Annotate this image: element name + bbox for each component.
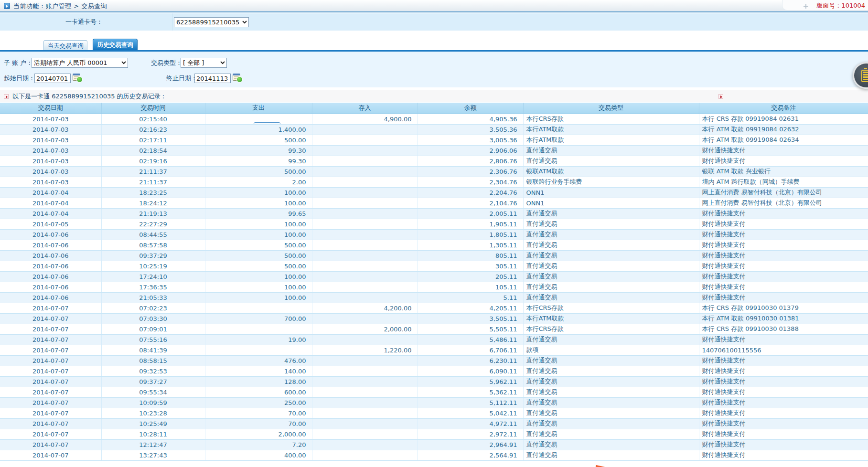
txn-date: 2014-07-06: [0, 282, 101, 292]
txn-in: [312, 292, 418, 303]
txn-remark: 财付通快捷支付: [699, 240, 868, 250]
txn-time: 10:25:19: [101, 261, 205, 271]
table-row: 2014-07-0321:11:372.002,304.76银联跨行业务手续费境…: [0, 177, 868, 187]
txn-type: 本行CRS存款: [523, 114, 699, 124]
txn-date: 2014-07-04: [0, 208, 101, 219]
txn-out: 1,400.00: [205, 124, 312, 135]
table-row: 2014-07-0707:02:234,200.004,205.11本行CRS存…: [0, 303, 868, 313]
txn-in: 4,200.00: [312, 303, 418, 313]
txn-type-select[interactable]: [ 全部 ]: [181, 58, 227, 68]
txn-balance: 1,905.11: [418, 219, 523, 229]
txn-out: 19.00: [205, 334, 312, 345]
tab-today-transactions[interactable]: 当天交易查询: [43, 40, 87, 50]
txn-date: 2014-07-07: [0, 450, 101, 460]
filter-panel: 子 账 户： 活期结算户 人民币 00001 交易类型： [ 全部 ] 起始日期…: [0, 52, 868, 87]
txn-in: 1,220.00: [312, 345, 418, 355]
txn-time: 22:27:29: [101, 219, 205, 229]
txn-type: 直付通交易: [523, 355, 699, 366]
txn-remark: 本行 ATM 取款 09919084 02634: [699, 135, 868, 145]
txn-balance: 805.11: [418, 250, 523, 261]
start-date-label: 起始日期：: [4, 73, 35, 83]
red-arrow-bullet-left: [4, 94, 9, 99]
txn-in: [312, 219, 418, 229]
start-date-calendar-icon[interactable]: [73, 74, 80, 81]
table-row: 2014-07-0712:12:477.202,964.91直付通交易财付通快捷…: [0, 439, 868, 450]
txn-out: 140.00: [205, 366, 312, 376]
txn-out: 500.00: [205, 261, 312, 271]
txn-time: 10:23:28: [101, 408, 205, 418]
txn-balance: 3,005.36: [418, 135, 523, 145]
txn-type: 直付通交易: [523, 387, 699, 397]
txn-in: [312, 366, 418, 376]
txn-remark: 本行 CRS 存款 09919084 02631: [699, 114, 868, 124]
txn-time: 09:37:29: [101, 250, 205, 261]
txn-date: 2014-07-07: [0, 387, 101, 397]
txn-in: [312, 177, 418, 187]
txn-type: 银联跨行业务手续费: [523, 177, 699, 187]
result-info-strip: 以下是一卡通 6225889915210035 的历史交易记录：: [0, 90, 868, 102]
txn-type: 直付通交易: [523, 208, 699, 219]
txn-remark: 网上直付消费 易智付科技（北京）有限公司: [699, 198, 868, 208]
txn-remark: 财付通快捷支付: [699, 156, 868, 166]
txn-remark: 本行 CRS 存款 09910030 01388: [699, 324, 868, 334]
txn-in: [312, 450, 418, 460]
txn-remark: 财付通快捷支付: [699, 376, 868, 387]
txn-balance: 205.11: [418, 271, 523, 282]
txn-date: 2014-07-07: [0, 334, 101, 345]
txn-out: 100.00: [205, 229, 312, 240]
txn-time: 02:15:40: [101, 114, 205, 124]
txn-remark: 财付通快捷支付: [699, 271, 868, 282]
txn-type: 银联ATM取款: [523, 166, 699, 177]
gear-icon[interactable]: [804, 4, 808, 9]
txn-date: 2014-07-06: [0, 250, 101, 261]
txn-time: 08:41:39: [101, 345, 205, 355]
transactions-tbody: 2014-07-0302:15:404,900.004,905.36本行CRS存…: [0, 114, 868, 460]
txn-balance: 305.11: [418, 261, 523, 271]
txn-in: [312, 271, 418, 282]
txn-date: 2014-07-06: [0, 229, 101, 240]
txn-remark: 本行 ATM 取款 09910030 01381: [699, 313, 868, 324]
table-row: 2014-07-0708:58:15476.006,230.11直付通交易财付通…: [0, 355, 868, 366]
txn-date: 2014-07-06: [0, 261, 101, 271]
table-row: 2014-07-0710:23:2870.005,042.11直付通交易财付通快…: [0, 408, 868, 418]
txn-out: 70.00: [205, 418, 312, 429]
txn-in: [312, 429, 418, 439]
card-number-select[interactable]: 6225889915210035: [174, 17, 249, 27]
txn-type: 直付通交易: [523, 408, 699, 418]
txn-remark: 财付通快捷支付: [699, 208, 868, 219]
txn-balance: 2,806.76: [418, 156, 523, 166]
start-date-input[interactable]: [34, 74, 71, 83]
txn-time: 08:57:58: [101, 240, 205, 250]
table-row: 2014-07-0709:37:27128.005,962.11直付通交易财付通…: [0, 376, 868, 387]
txn-out: 700.00: [205, 313, 312, 324]
txn-time: 12:12:47: [101, 439, 205, 450]
table-row: 2014-07-0710:09:59250.005,112.11直付通交易财付通…: [0, 397, 868, 408]
end-date-calendar-icon[interactable]: [233, 74, 240, 81]
table-row: 2014-07-0707:09:012,000.005,505.11本行CRS存…: [0, 324, 868, 334]
txn-balance: 2,304.76: [418, 177, 523, 187]
txn-type: 直付通交易: [523, 334, 699, 345]
txn-balance: 2,306.76: [418, 166, 523, 177]
txn-date: 2014-07-07: [0, 303, 101, 313]
sub-account-select[interactable]: 活期结算户 人民币 00001: [32, 58, 128, 68]
column-header: 交易时间: [101, 103, 205, 114]
txn-remark: 财付通快捷支付: [699, 229, 868, 240]
txn-remark: 银联 ATM 取款 兴业银行: [699, 166, 868, 177]
txn-in: [312, 261, 418, 271]
txn-type: 本行ATM取款: [523, 124, 699, 135]
txn-balance: 2,964.91: [418, 439, 523, 450]
txn-time: 18:23:25: [101, 187, 205, 198]
txn-time: 21:19:13: [101, 208, 205, 219]
txn-type: 直付通交易: [523, 450, 699, 460]
txn-remark: 财付通快捷支付: [699, 366, 868, 376]
txn-time: 08:58:15: [101, 355, 205, 366]
table-row: 2014-07-0608:44:55100.001,805.11直付通交易财付通…: [0, 229, 868, 240]
txn-out: 476.00: [205, 355, 312, 366]
tab-history-transactions[interactable]: 历史交易查询: [93, 39, 138, 50]
txn-remark: 本行 ATM 取款 09919084 02632: [699, 124, 868, 135]
txn-type: 直付通交易: [523, 439, 699, 450]
table-row: 2014-07-0707:03:30700.003,505.11本行ATM取款本…: [0, 313, 868, 324]
txn-out: 100.00: [205, 187, 312, 198]
txn-out: 400.00: [205, 450, 312, 460]
end-date-input[interactable]: [194, 74, 231, 83]
